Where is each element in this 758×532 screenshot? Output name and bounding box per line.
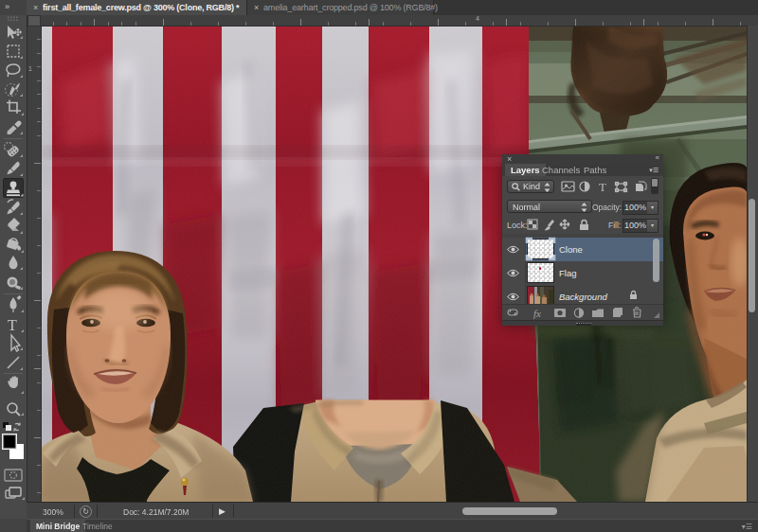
svg-text:T: T — [8, 317, 17, 333]
svg-text:fx: fx — [533, 308, 541, 319]
svg-text:T: T — [599, 180, 606, 193]
